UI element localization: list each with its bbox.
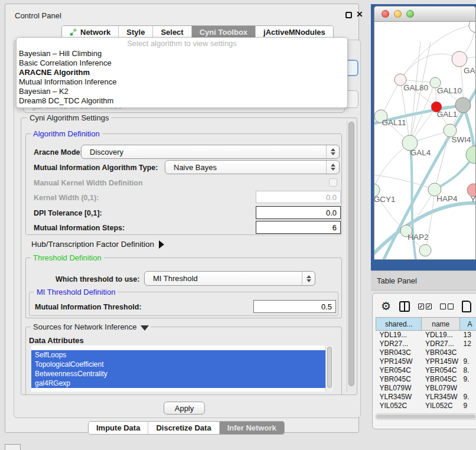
network-edge: [400, 54, 459, 80]
combo-stepper-icon: [302, 272, 315, 285]
settings-scrollbar[interactable]: [347, 120, 356, 392]
attribute-item[interactable]: gal4RGexp: [31, 379, 325, 388]
bottom-tabbar: Impute DataDiscretize DataInfer Network: [88, 421, 285, 435]
close-window-icon[interactable]: [382, 10, 389, 18]
attribute-item[interactable]: TopologicalCoefficient: [31, 360, 325, 369]
threshold-definition-title: Threshold Definition: [31, 253, 104, 262]
node-label: GAL4: [410, 148, 431, 157]
which-threshold-combo[interactable]: MI Threshold: [144, 271, 315, 286]
expand-arrow-icon: [159, 240, 164, 249]
manual-kernel-checkbox[interactable]: [329, 178, 337, 187]
aracne-mode-combo[interactable]: Discovery: [81, 145, 340, 159]
table-row[interactable]: YBR045CYBR045C9.: [376, 375, 476, 384]
columns-icon[interactable]: [399, 301, 410, 312]
node-label: HAP2: [407, 233, 428, 242]
table-row[interactable]: YLR345WYLR345W9.: [376, 393, 476, 402]
aracne-mode-label: Aracne Mode:: [34, 148, 83, 156]
dropdown-placeholder: Select algorithm to view settings: [17, 39, 347, 49]
deselect-all-checkboxes-icon[interactable]: [440, 304, 454, 309]
table-row[interactable]: YIL052CYIL052C9: [376, 402, 476, 410]
gear-icon[interactable]: ⚙: [381, 301, 391, 312]
algorithm-option[interactable]: ARACNE Algorithm: [17, 68, 347, 77]
algorithm-option[interactable]: Bayesian – K2: [17, 87, 347, 96]
tab-network[interactable]: Network: [62, 26, 119, 38]
table-row[interactable]: YER054CYER054C8.: [376, 366, 476, 375]
zoom-window-icon[interactable]: [406, 10, 414, 18]
attribute-item[interactable]: SelfLoops: [31, 350, 325, 360]
mi-type-combo[interactable]: Naive Bayes: [165, 160, 340, 174]
table-row[interactable]: YBR043CYBR043C: [376, 348, 476, 357]
column-header[interactable]: A: [460, 318, 476, 331]
which-threshold-label: Which threshold to use:: [56, 275, 139, 283]
network-node[interactable]: [455, 97, 471, 113]
network-window-titlebar[interactable]: [374, 6, 475, 22]
node-label: GAL1: [437, 110, 458, 119]
algorithm-option[interactable]: Basic Correlation Inference: [17, 58, 347, 68]
sources-title[interactable]: Sources for Network Inference: [31, 322, 151, 331]
mi-threshold-title: MI Threshold Definition: [34, 288, 118, 296]
tab-discretize-data[interactable]: Discretize Data: [148, 422, 219, 434]
network-edge: [374, 143, 410, 190]
network-view-frame: GALGAL80GAL10GAL1SWI4GAL11GAL4GCY1HAP4YH…: [371, 4, 476, 270]
network-tab-icon: [70, 28, 77, 36]
float-panel-icon[interactable]: [345, 12, 352, 18]
combo-stepper-icon: [326, 161, 339, 174]
settings-group-title: Cyni Algorithm Settings: [27, 113, 111, 122]
column-header[interactable]: name: [422, 318, 460, 331]
mi-steps-label: Mutual Information Steps:: [34, 224, 125, 232]
network-edge: [410, 42, 431, 143]
tab-infer-network[interactable]: Infer Network: [220, 422, 284, 434]
node-label: GAL80: [403, 83, 428, 92]
tab-cyni-toolbox[interactable]: Cyni Toolbox: [192, 26, 256, 38]
table-panel-bar: Table Panel: [371, 270, 476, 291]
mi-steps-field[interactable]: 6: [256, 221, 341, 234]
tab-select[interactable]: Select: [153, 26, 191, 38]
table-panel-title: Table Panel: [377, 276, 417, 285]
node-label: GAL: [464, 66, 476, 75]
mi-threshold-field[interactable]: 0.5: [253, 300, 336, 313]
algorithm-option[interactable]: Mutual Information Inference: [17, 77, 347, 87]
network-node-gal[interactable]: [452, 51, 467, 67]
table-panel-body: ⚙ ✓✓ shared...nameA YDL19...YDL19...13YD…: [372, 293, 476, 429]
apply-button[interactable]: Apply: [164, 402, 205, 415]
algorithm-definition-title: Algorithm Definition: [31, 129, 102, 138]
data-attributes-label: Data Attributes: [29, 336, 84, 345]
kernel-width-label: Kernel Width (0,1):: [34, 194, 99, 202]
kernel-width-field[interactable]: 0.0: [256, 191, 341, 203]
tab-jactivemnodules[interactable]: jActiveMNodules: [256, 26, 333, 38]
algorithm-dropdown-popup: Select algorithm to view settings Bayesi…: [16, 37, 348, 108]
dpi-tolerance-label: DPI Tolerance [0,1]:: [34, 209, 102, 217]
attributes-scrollbar[interactable]: [325, 345, 333, 392]
tab-impute-data[interactable]: Impute Data: [89, 422, 148, 434]
node-label: GAL10: [437, 86, 462, 95]
network-canvas[interactable]: GALGAL80GAL10GAL1SWI4GAL11GAL4GCY1HAP4YH…: [374, 22, 476, 260]
minimized-panel-icon[interactable]: [5, 444, 21, 450]
network-node[interactable]: [466, 146, 476, 164]
hub-definition-toggle[interactable]: Hub/Transcription Factor Definition: [31, 240, 164, 249]
table-row[interactable]: YBL079WYBL079W: [376, 384, 476, 393]
close-panel-icon[interactable]: ✕: [356, 9, 363, 19]
column-header[interactable]: shared...: [376, 318, 422, 331]
control-panel-title: Control Panel: [15, 11, 61, 20]
network-node[interactable]: [469, 22, 476, 32]
node-label: HAP4: [436, 194, 458, 203]
table-row[interactable]: YPR145WYPR145W9.: [376, 357, 476, 366]
table-horizontal-scrollbar[interactable]: [375, 413, 476, 420]
collapse-arrow-icon: [141, 325, 149, 331]
minimize-window-icon[interactable]: [394, 10, 402, 18]
table-row[interactable]: YDL19...YDL19...13: [376, 331, 476, 340]
screenshot-root: Control Panel ✕ NetworkStyleSelectCyni T…: [0, 0, 476, 450]
algorithm-option[interactable]: Dream8 DC_TDC Algorithm: [17, 96, 347, 106]
data-attributes-list: SelfLoopsTopologicalCoefficientBetweenne…: [31, 345, 325, 392]
attribute-item[interactable]: BetweennessCentrality: [31, 369, 325, 379]
algorithm-option[interactable]: Bayesian – Hill Climbing: [17, 49, 347, 58]
network-node[interactable]: [419, 244, 431, 256]
table-row[interactable]: YDR27...YDR27...12: [376, 340, 476, 348]
dpi-tolerance-field[interactable]: 0.0: [256, 206, 341, 219]
node-label: GAL11: [382, 118, 406, 127]
select-all-checkboxes-icon[interactable]: ✓✓: [418, 304, 432, 309]
export-table-icon[interactable]: [462, 301, 471, 312]
control-panel-window: Control Panel ✕ NetworkStyleSelectCyni T…: [5, 4, 359, 433]
tab-style[interactable]: Style: [119, 26, 153, 38]
node-table[interactable]: shared...nameA YDL19...YDL19...13YDR27..…: [376, 317, 476, 410]
